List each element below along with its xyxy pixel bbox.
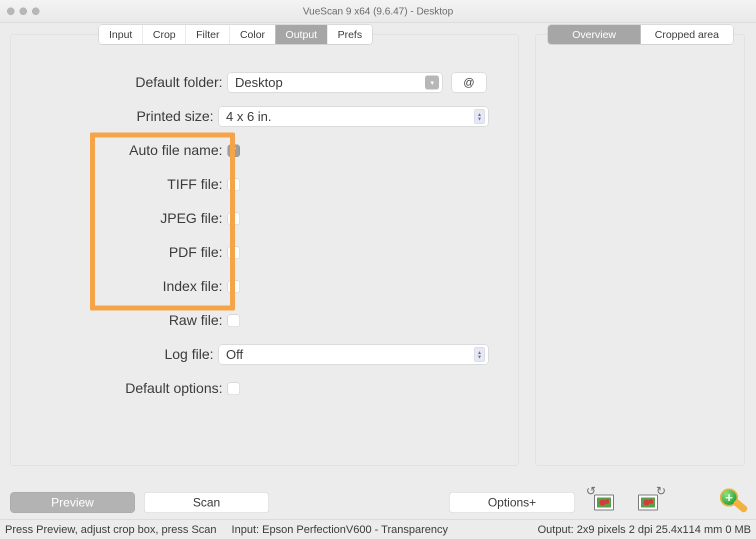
printed-size-select[interactable]: 4 x 6 in. ▲▼ (218, 106, 488, 126)
row-auto-file-name: Auto file name: (48, 134, 488, 168)
thumbnail-icon (594, 494, 614, 510)
chevron-down-icon: ▾ (425, 76, 439, 90)
window-title: VueScan 9 x64 (9.6.47) - Desktop (0, 6, 756, 17)
label-log-file: Log file: (48, 346, 218, 362)
status-input: Input: Epson PerfectionV600 - Transparen… (232, 523, 448, 536)
default-folder-dropdown[interactable]: Desktop ▾ (228, 72, 442, 92)
action-bar: Preview Scan Options+ ↻ ↻ + (0, 488, 756, 517)
index-file-checkbox[interactable] (228, 280, 240, 293)
label-raw-file: Raw file: (48, 312, 228, 328)
zoom-in-button[interactable]: + (718, 488, 746, 516)
rotate-left-button[interactable]: ↻ (589, 490, 619, 515)
pdf-file-checkbox[interactable] (228, 246, 240, 259)
status-output: Output: 2x9 pixels 2 dpi 25.4x114 mm 0 M… (538, 523, 751, 536)
label-default-folder: Default folder: (48, 74, 228, 90)
updown-icon: ▲▼ (474, 347, 485, 362)
row-log-file: Log file: Off ▲▼ (48, 338, 488, 372)
label-auto-file-name: Auto file name: (48, 142, 228, 158)
auto-file-name-checkbox[interactable] (228, 144, 240, 157)
label-printed-size: Printed size: (48, 108, 218, 124)
label-tiff-file: TIFF file: (48, 176, 228, 192)
row-raw-file: Raw file: (48, 304, 488, 338)
raw-file-checkbox[interactable] (228, 314, 240, 327)
tab-cropped-area[interactable]: Cropped area (641, 25, 734, 44)
log-file-value: Off (226, 347, 243, 362)
row-index-file: Index file: (48, 270, 488, 304)
row-default-options: Default options: (48, 372, 488, 406)
tab-output[interactable]: Output (276, 25, 328, 44)
default-options-checkbox[interactable] (228, 382, 240, 395)
tab-crop[interactable]: Crop (143, 25, 186, 44)
label-jpeg-file: JPEG file: (48, 210, 228, 226)
scan-button[interactable]: Scan (144, 492, 269, 513)
jpeg-file-checkbox[interactable] (228, 212, 240, 225)
settings-tabs: Input Crop Filter Color Output Prefs (98, 24, 372, 44)
options-button[interactable]: Options+ (449, 492, 575, 513)
thumbnail-icon (638, 494, 658, 510)
settings-panel: Input Crop Filter Color Output Prefs Def… (10, 34, 519, 466)
row-default-folder: Default folder: Desktop ▾ @ (48, 66, 488, 100)
at-button[interactable]: @ (452, 72, 486, 92)
tab-prefs[interactable]: Prefs (328, 25, 372, 44)
preview-panel: Overview Cropped area (535, 34, 745, 466)
tiff-file-checkbox[interactable] (228, 178, 240, 191)
preview-button[interactable]: Preview (10, 492, 135, 513)
label-index-file: Index file: (48, 278, 228, 294)
tab-input[interactable]: Input (99, 25, 143, 44)
status-hint: Press Preview, adjust crop box, press Sc… (5, 523, 216, 536)
output-form: Default folder: Desktop ▾ @ Printed size… (48, 66, 488, 406)
window-titlebar: VueScan 9 x64 (9.6.47) - Desktop (0, 0, 756, 23)
rotate-right-button[interactable]: ↻ (633, 490, 663, 515)
row-tiff-file: TIFF file: (48, 168, 488, 202)
updown-icon: ▲▼ (474, 109, 485, 124)
tab-filter[interactable]: Filter (186, 25, 230, 44)
row-pdf-file: PDF file: (48, 236, 488, 270)
tab-color[interactable]: Color (230, 25, 276, 44)
row-printed-size: Printed size: 4 x 6 in. ▲▼ (48, 100, 488, 134)
printed-size-value: 4 x 6 in. (226, 109, 272, 124)
row-jpeg-file: JPEG file: (48, 202, 488, 236)
tab-overview[interactable]: Overview (548, 25, 641, 44)
default-folder-value: Desktop (235, 75, 282, 90)
log-file-select[interactable]: Off ▲▼ (218, 344, 488, 364)
magnifier-handle-icon (732, 498, 748, 514)
preview-tabs: Overview Cropped area (548, 24, 734, 44)
label-pdf-file: PDF file: (48, 244, 228, 260)
label-default-options: Default options: (48, 380, 228, 396)
status-bar: Press Preview, adjust crop box, press Sc… (0, 519, 756, 539)
